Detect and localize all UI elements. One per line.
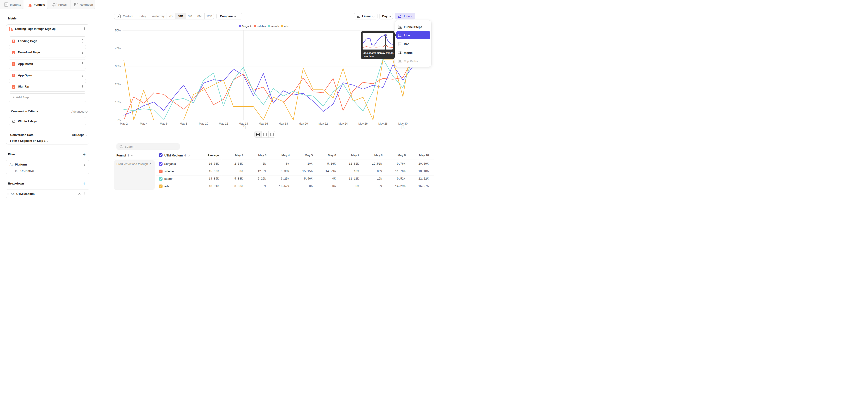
svg-text:May 10: May 10 — [199, 122, 208, 125]
svg-text:50%: 50% — [115, 29, 121, 32]
svg-text:May 6: May 6 — [160, 122, 167, 125]
svg-text:May 28: May 28 — [378, 122, 388, 125]
svg-text:0%: 0% — [117, 119, 121, 122]
svg-text:20%: 20% — [115, 83, 121, 86]
svg-text:May 20: May 20 — [299, 122, 308, 125]
svg-text:May 14: May 14 — [239, 122, 248, 125]
svg-text:May 24: May 24 — [338, 122, 348, 125]
svg-text:40%: 40% — [115, 47, 121, 50]
svg-text:30%: 30% — [115, 65, 121, 68]
svg-text:May 22: May 22 — [318, 122, 328, 125]
svg-text:May 8: May 8 — [180, 122, 187, 125]
svg-text:May 30: May 30 — [398, 122, 408, 125]
svg-text:May 2: May 2 — [120, 122, 128, 125]
svg-text:May 26: May 26 — [359, 122, 368, 125]
svg-text:May 12: May 12 — [219, 122, 228, 125]
svg-text:May 16: May 16 — [259, 122, 268, 125]
svg-text:May 18: May 18 — [279, 122, 288, 125]
svg-text:May 4: May 4 — [140, 122, 148, 125]
svg-text:10%: 10% — [115, 101, 121, 104]
